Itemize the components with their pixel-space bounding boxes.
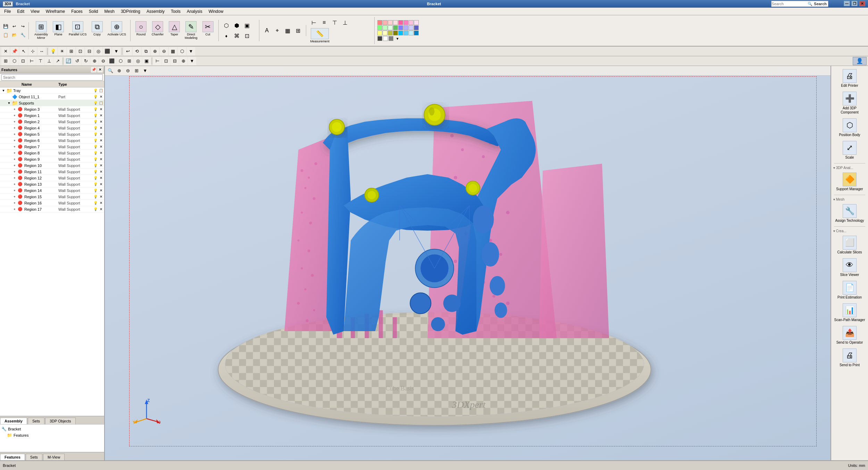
user-profile-icon[interactable]: 👤: [853, 57, 867, 65]
support-manager-button[interactable]: 🔶 Support Manager: [833, 171, 866, 193]
tb2-btn-10[interactable]: ⊟: [85, 47, 93, 56]
measure-btn-3[interactable]: ⊤: [330, 18, 340, 27]
r4-toggle[interactable]: +: [12, 126, 17, 130]
measure-btn-2[interactable]: ≡: [319, 18, 329, 27]
3dtb-btn-18[interactable]: ⊢: [153, 57, 161, 65]
copy-button[interactable]: ⧉ Copy: [90, 20, 105, 41]
tree-row-region2[interactable]: + 🔴 Region 2 Wall Support 💡 ✕: [0, 119, 104, 125]
btree-bracket[interactable]: 🔧 Bracket: [1, 426, 103, 432]
r14-toggle[interactable]: +: [12, 188, 17, 193]
taper-button[interactable]: △ Taper: [167, 20, 182, 41]
r16-eye-btn[interactable]: 💡: [93, 201, 98, 205]
color-20[interactable]: [393, 31, 398, 35]
3dtb-btn-6[interactable]: ⊥: [45, 57, 53, 65]
3dtb-btn-3[interactable]: ⊡: [19, 57, 27, 65]
menu-tools[interactable]: Tools: [168, 8, 183, 15]
tb2-btn-2[interactable]: 📌: [10, 47, 19, 56]
color-21[interactable]: [398, 31, 403, 35]
r3-eye-btn[interactable]: 💡: [93, 107, 98, 112]
r13-eye-btn[interactable]: 💡: [93, 182, 98, 187]
measure-btn-4[interactable]: ⊥: [340, 18, 350, 27]
3d-btn-4[interactable]: ⬧: [222, 31, 231, 41]
3dtb-btn-16[interactable]: ◎: [134, 57, 142, 65]
bottom-tab-features[interactable]: Features: [0, 454, 25, 460]
measurement-button[interactable]: 📏 Measurement: [309, 28, 331, 43]
3d-btn-6[interactable]: ⊡: [242, 31, 252, 41]
menu-file[interactable]: File: [1, 8, 14, 15]
plane-button[interactable]: ◧ Plane: [51, 20, 66, 41]
features-close-btn[interactable]: ✕: [97, 67, 103, 73]
quick-btn-1[interactable]: 💾: [1, 22, 10, 31]
quick-btn-6[interactable]: 🔧: [19, 31, 27, 39]
edit-printer-button[interactable]: 🖨 Edit Printer: [833, 67, 866, 90]
color-6[interactable]: [403, 20, 408, 25]
r2-x-btn[interactable]: ✕: [99, 119, 103, 124]
color-22[interactable]: [403, 31, 408, 35]
tab-assembly[interactable]: Assembly: [0, 418, 27, 424]
tray-lock-btn[interactable]: 📋: [99, 88, 103, 93]
white-color[interactable]: [383, 36, 388, 41]
r1-eye-btn[interactable]: 💡: [93, 113, 98, 118]
vp-btn-3[interactable]: ⊖: [124, 67, 132, 75]
tree-row-region14[interactable]: + 🔴 Region 14 Wall Support 💡 ✕: [0, 187, 104, 194]
minimize-button[interactable]: —: [844, 1, 850, 6]
text-btn-3[interactable]: ▦: [283, 26, 293, 35]
r5-eye-btn[interactable]: 💡: [93, 132, 98, 137]
3dtb-btn-17[interactable]: ▣: [142, 57, 151, 65]
tb2-btn-19[interactable]: ▦: [169, 47, 177, 56]
tray-eye-btn[interactable]: 💡: [93, 88, 98, 93]
tree-row-region12[interactable]: + 🔴 Region 12 Wall Support 💡 ✕: [0, 175, 104, 181]
tree-row-region15[interactable]: + 🔴 Region 15 Wall Support 💡 ✕: [0, 194, 104, 200]
features-search-input[interactable]: [1, 74, 103, 81]
tb2-btn-14[interactable]: ↩: [124, 47, 132, 56]
tb2-btn-11[interactable]: ◎: [94, 47, 102, 56]
tb2-btn-18[interactable]: ⊖: [160, 47, 168, 56]
3dtb-btn-21[interactable]: ⊕: [179, 57, 187, 65]
text-btn-1[interactable]: A: [262, 26, 272, 35]
tab-sets[interactable]: Sets: [28, 418, 44, 424]
black-color[interactable]: [377, 36, 382, 41]
tree-row-region6[interactable]: + 🔴 Region 6 Wall Support 💡 ✕: [0, 137, 104, 144]
assembly-mirror-button[interactable]: ⊞ AssemblyMirror: [33, 20, 49, 41]
r13-toggle[interactable]: +: [12, 182, 17, 186]
measure-btn-1[interactable]: ⊢: [309, 18, 319, 27]
tree-row-region5[interactable]: + 🔴 Region 5 Wall Support 💡 ✕: [0, 131, 104, 137]
r4-x-btn[interactable]: ✕: [99, 126, 103, 131]
r1-toggle[interactable]: +: [12, 114, 17, 118]
close-button[interactable]: ✕: [859, 1, 865, 6]
color-4[interactable]: [393, 20, 398, 25]
quick-btn-4[interactable]: 📋: [1, 31, 10, 39]
tree-row-region11[interactable]: + 🔴 Region 11 Wall Support 💡 ✕: [0, 169, 104, 175]
r6-toggle[interactable]: +: [12, 139, 17, 143]
round-button[interactable]: ○ Round: [133, 20, 149, 41]
tb2-btn-20[interactable]: ⬡: [178, 47, 186, 56]
color-8[interactable]: [414, 20, 419, 25]
direct-modeling-button[interactable]: ✎ DirectModeling: [183, 20, 199, 41]
tab-3dp-objects[interactable]: 3DP Objects: [45, 418, 76, 424]
r17-x-btn[interactable]: ✕: [99, 207, 103, 212]
r11-eye-btn[interactable]: 💡: [93, 169, 98, 174]
text-btn-2[interactable]: ⌖: [273, 26, 282, 35]
r5-toggle[interactable]: +: [12, 132, 17, 136]
r10-x-btn[interactable]: ✕: [99, 163, 103, 168]
tb2-btn-1[interactable]: ✕: [1, 47, 10, 56]
tree-row-region13[interactable]: + 🔴 Region 13 Wall Support 💡 ✕: [0, 181, 104, 187]
supports-copy-btn[interactable]: 📋: [99, 101, 103, 106]
3d-viewport[interactable]: 🔍 ⊕ ⊖ ⊞ ▼: [105, 66, 831, 460]
r7-toggle[interactable]: +: [12, 145, 17, 149]
color-9[interactable]: [377, 25, 382, 30]
more-colors-btn[interactable]: ▼: [394, 36, 401, 41]
send-to-operator-button[interactable]: 📤 Send to Operator: [833, 324, 866, 346]
vp-btn-2[interactable]: ⊕: [115, 67, 123, 75]
tb2-btn-7[interactable]: ☀: [58, 47, 66, 56]
color-1[interactable]: [377, 20, 382, 25]
vp-btn-5[interactable]: ▼: [141, 67, 149, 75]
tree-row-region4[interactable]: + 🔴 Region 4 Wall Support 💡 ✕: [0, 125, 104, 131]
menu-assembly[interactable]: Assembly: [144, 8, 167, 15]
color-11[interactable]: [388, 25, 393, 30]
r17-eye-btn[interactable]: 💡: [93, 207, 98, 212]
color-16[interactable]: [414, 25, 419, 30]
3dtb-btn-13[interactable]: ⬛: [108, 57, 116, 65]
r3-toggle[interactable]: +: [12, 107, 17, 111]
r6-x-btn[interactable]: ✕: [99, 138, 103, 143]
